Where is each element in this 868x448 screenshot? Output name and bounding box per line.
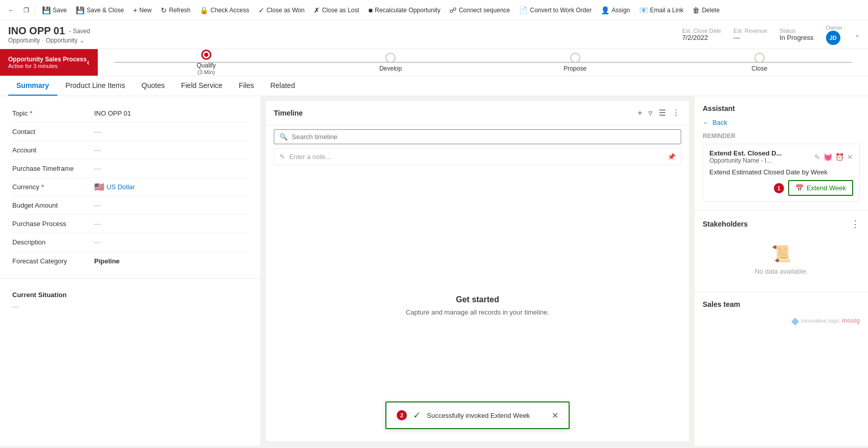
reminder-desc: Extend Estimated Closed Date by Week <box>709 168 853 176</box>
process-step-develop[interactable]: Develop <box>298 53 483 72</box>
close-lost-button[interactable]: ✗ Close as Lost <box>310 1 363 19</box>
save-close-icon: 💾 <box>76 6 84 14</box>
inosic-logo: ◆ innovative logic inosig <box>703 315 860 327</box>
check-access-icon: 🔒 <box>200 6 208 14</box>
process-bar: Opportunity Sales Process Active for 3 m… <box>0 49 868 76</box>
toast-badge: 2 <box>397 410 407 420</box>
timeline-more-button[interactable]: ⋮ <box>671 107 681 119</box>
recalculate-button[interactable]: ■ Recalculate Opportunity <box>364 1 445 19</box>
check-access-button[interactable]: 🔒 Check Access <box>196 1 253 19</box>
timeline-title: Timeline <box>274 109 303 117</box>
sales-team-section: Sales team ◆ innovative logic inosig <box>695 292 868 335</box>
process-step-propose[interactable]: Propose <box>483 53 667 72</box>
reminder-clock-icon[interactable]: ⏰ <box>835 153 844 161</box>
back-button[interactable]: ← <box>4 1 18 19</box>
tab-files[interactable]: Files <box>231 76 263 96</box>
field-budget-amount: Budget Amount --- <box>12 196 248 215</box>
no-data-icon: 📜 <box>771 244 792 263</box>
timeline-add-button[interactable]: + <box>637 107 643 119</box>
record-header: INO OPP 01 - Saved Opportunity · Opportu… <box>0 20 868 49</box>
field-forecast-category: Forecast Category Pipeline <box>12 252 248 270</box>
convert-work-icon: 📄 <box>519 6 528 14</box>
sep1 <box>35 4 36 16</box>
email-link-icon: 📧 <box>639 6 648 14</box>
process-steps: Qualify (3 Min) Develop Propose Close <box>98 49 868 76</box>
field-purchase-process: Purchase Process --- <box>12 215 248 233</box>
no-data-text: No data available. <box>754 267 808 275</box>
stakeholders-section: Stakeholders ⋮ 📜 No data available. <box>695 210 868 292</box>
tab-quotes[interactable]: Quotes <box>134 76 173 96</box>
form-section: Topic * INO OPP 01 Contact --- Account -… <box>0 96 261 279</box>
close-won-button[interactable]: ✓ Close as Won <box>254 1 309 19</box>
reminder-card-icons: ✎ 💓 ⏰ ✕ <box>814 153 853 161</box>
field-purchase-timeframe: Purchase Timeframe --- <box>12 160 248 178</box>
popout-button[interactable]: ❐ <box>19 1 33 19</box>
record-saved-status: - Saved <box>69 28 90 35</box>
est-close-date-field: Est. Close Date 7/2/2022 <box>682 28 721 41</box>
delete-button[interactable]: 🗑 Delete <box>688 1 724 19</box>
timeline-empty: Get started Capture and manage all recor… <box>266 169 689 441</box>
search-input[interactable] <box>292 133 676 141</box>
step-circle-close <box>754 53 765 63</box>
process-step-close[interactable]: Close <box>667 53 852 72</box>
main-content: Topic * INO OPP 01 Contact --- Account -… <box>0 96 868 446</box>
current-situation-section: Current Situation --- <box>0 283 261 319</box>
record-name: INO OPP 01 <box>8 25 65 37</box>
new-icon: + <box>133 6 137 14</box>
toast-close-button[interactable]: ✕ <box>552 411 558 420</box>
timeline-empty-subtitle: Capture and manage all records in your t… <box>406 308 549 316</box>
reminder-snooze-icon[interactable]: 💓 <box>823 153 832 161</box>
reminder-card-header: Extend Est. Closed D... Opportunity Name… <box>709 149 853 164</box>
field-contact: Contact --- <box>12 123 248 141</box>
reminder-edit-icon[interactable]: ✎ <box>814 153 820 161</box>
owner-field: Owner JD <box>826 25 842 45</box>
field-currency: Currency * 🇺🇸 US Dollar <box>12 178 248 196</box>
timeline-header: Timeline + ▿ ☰ ⋮ <box>266 101 689 125</box>
reminder-card: Extend Est. Closed D... Opportunity Name… <box>703 144 860 201</box>
field-account: Account --- <box>12 141 248 160</box>
status-badge: In Progress <box>779 34 813 41</box>
breadcrumb-separator: · <box>42 37 44 44</box>
right-panel: Assistant ← Back Reminder Extend Est. Cl… <box>694 96 868 446</box>
stakeholders-no-data: 📜 No data available. <box>703 236 860 283</box>
header-chevron-icon[interactable]: ⌄ <box>855 31 860 38</box>
tab-product-line-items[interactable]: Product Line Items <box>57 76 134 96</box>
close-won-icon: ✓ <box>258 6 265 14</box>
process-chevron-icon: ‹ <box>86 58 89 67</box>
timeline-filter-button[interactable]: ▿ <box>647 107 654 119</box>
tab-field-service[interactable]: Field Service <box>173 76 231 96</box>
tab-related[interactable]: Related <box>262 76 303 96</box>
assign-button[interactable]: 👤 Assign <box>597 1 634 19</box>
inosic-brand-name: inosig <box>842 317 860 324</box>
est-revenue-field: Est. Revenue --- <box>733 28 767 41</box>
refresh-button[interactable]: ↻ Refresh <box>157 1 194 19</box>
process-step-qualify[interactable]: Qualify (3 Min) <box>114 50 298 75</box>
toast-success-icon: ✓ <box>413 410 421 421</box>
new-button[interactable]: + New <box>129 1 156 19</box>
stakeholders-title: Stakeholders <box>703 220 748 228</box>
extend-week-button[interactable]: 📅 Extend Week <box>788 180 853 196</box>
step-circle-develop <box>385 53 396 63</box>
save-close-button[interactable]: 💾 Save & Close <box>72 1 128 19</box>
convert-work-button[interactable]: 📄 Convert to Work Order <box>515 1 595 19</box>
assistant-section: Assistant ← Back Reminder Extend Est. Cl… <box>695 96 868 210</box>
tab-summary[interactable]: Summary <box>8 76 57 96</box>
attachment-icon: 📌 <box>667 153 676 161</box>
back-button-assistant[interactable]: ← Back <box>703 119 727 126</box>
sales-team-header: Sales team <box>703 300 860 308</box>
note-placeholder[interactable]: Enter a note... <box>289 153 663 161</box>
timeline-list-button[interactable]: ☰ <box>658 107 667 119</box>
refresh-icon: ↻ <box>161 6 167 14</box>
field-topic: Topic * INO OPP 01 <box>12 104 248 123</box>
stakeholders-more-icon[interactable]: ⋮ <box>851 218 860 230</box>
save-button[interactable]: 💾 Save <box>38 1 71 19</box>
timeline-search[interactable]: 🔍 <box>274 129 681 144</box>
email-link-button[interactable]: 📧 Email a Link <box>635 1 687 19</box>
step-circle-qualify <box>201 50 211 60</box>
popout-icon: ❐ <box>24 7 29 14</box>
edit-icon: ✎ <box>279 153 285 161</box>
reminder-dismiss-icon[interactable]: ✕ <box>847 153 853 161</box>
process-stage-label[interactable]: Opportunity Sales Process Active for 3 m… <box>0 49 98 76</box>
connect-seq-button[interactable]: ☍ Connect sequence <box>445 1 514 19</box>
required-star: * <box>30 109 32 117</box>
